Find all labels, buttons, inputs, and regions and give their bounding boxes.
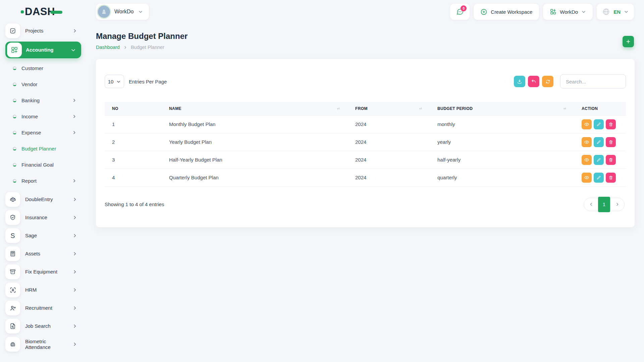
sidebar-nav: Projects Accounting Customer Vendor Bank… (0, 23, 87, 352)
view-button[interactable] (582, 173, 592, 183)
sidebar-item-sage[interactable]: S Sage (5, 228, 81, 243)
sidebar-item-label: Assets (25, 251, 72, 256)
search-input[interactable] (560, 74, 626, 88)
edit-button[interactable] (594, 155, 604, 165)
sidebar-item-banking[interactable]: Banking (5, 96, 87, 105)
create-workspace-button[interactable]: Create Workspace (474, 4, 539, 20)
bullet-icon (13, 179, 16, 183)
edit-button[interactable] (594, 119, 604, 129)
chevron-right-icon (123, 46, 127, 49)
logo-dash-icon (50, 11, 62, 14)
sidebar-item-financial-goal[interactable]: Financial Goal (5, 160, 87, 169)
cell-period: monthly (430, 115, 574, 133)
sidebar-item-vendor[interactable]: Vendor (5, 79, 87, 89)
table-controls: 10 Entries Per Page (105, 74, 626, 88)
pencil-icon (596, 175, 601, 180)
sage-letter: S (10, 232, 15, 240)
reset-button[interactable] (528, 76, 539, 87)
cell-name: Half-Yearly Budget Plan (162, 151, 348, 169)
sidebar-item-label: Sage (25, 233, 72, 238)
refresh-button[interactable] (542, 76, 553, 87)
workspace-avatar (98, 6, 110, 18)
grid-plus-icon (550, 8, 556, 15)
sidebar-item-income[interactable]: Income (5, 112, 87, 121)
submenu-label: Expense (21, 130, 41, 135)
edit-button[interactable] (594, 173, 604, 183)
sidebar-item-assets[interactable]: Assets (5, 246, 81, 261)
chevron-right-icon (72, 306, 77, 310)
sort-icon (563, 107, 567, 111)
app-logo[interactable]: DASH (0, 0, 87, 23)
language-code: EN (613, 9, 621, 15)
entries-summary: Showing 1 to 4 of 4 entries (105, 201, 164, 207)
view-button[interactable] (582, 155, 592, 165)
sidebar-item-recruitment[interactable]: Recruitment (5, 301, 81, 315)
create-budget-button[interactable] (623, 36, 634, 47)
submenu-label: Income (21, 114, 38, 119)
document-search-icon (5, 319, 20, 334)
sidebar-item-label: Job Search (25, 323, 72, 329)
view-button[interactable] (582, 137, 592, 147)
column-header-name[interactable]: NAME (162, 102, 348, 115)
view-button[interactable] (582, 119, 592, 129)
table-footer: Showing 1 to 4 of 4 entries 1 (105, 198, 626, 211)
bullet-icon (13, 99, 16, 102)
edit-button[interactable] (594, 137, 604, 147)
undo-arrow-icon (531, 79, 536, 84)
cell-no: 2 (105, 133, 162, 151)
sidebar-item-fix-equipment[interactable]: Fix Equipment (5, 264, 81, 279)
delete-button[interactable] (606, 137, 616, 147)
sidebar-item-label: HRM (25, 287, 72, 293)
page-title: Manage Budget Planner (96, 32, 634, 41)
delete-button[interactable] (606, 173, 616, 183)
sidebar-item-budget-planner[interactable]: Budget Planner (5, 144, 87, 153)
pagination-prev-button[interactable] (584, 198, 598, 211)
cell-no: 3 (105, 151, 162, 169)
pagination-next-button[interactable] (610, 198, 624, 211)
bullet-icon (13, 115, 16, 118)
export-button[interactable] (514, 76, 525, 87)
submenu-label: Budget Planner (21, 146, 56, 152)
logo-dot-icon (21, 10, 24, 13)
messages-button[interactable]: 0 (450, 4, 470, 20)
column-header-no[interactable]: NO (105, 102, 162, 115)
breadcrumb-dashboard-link[interactable]: Dashboard (96, 45, 120, 50)
table-row: 2 Yearly Budget Plan 2024 yearly (105, 133, 626, 151)
workspace-switcher[interactable]: WorkDo (96, 4, 149, 20)
sidebar-item-hrm[interactable]: HRM (5, 283, 81, 297)
delete-button[interactable] (606, 119, 616, 129)
top-bar-right: 0 Create Workspace WorkDo EN (450, 4, 634, 20)
pagination-current-page[interactable]: 1 (598, 197, 610, 212)
delete-button[interactable] (606, 155, 616, 165)
chevron-right-icon (72, 324, 77, 328)
chevron-right-icon (72, 288, 77, 292)
sidebar-item-customer[interactable]: Customer (5, 63, 87, 73)
entries-per-page-select[interactable]: 10 (105, 75, 124, 88)
table-header-row: NO NAME FROM BUDGET PERIOD ACTION (105, 102, 626, 115)
sidebar-item-job-search[interactable]: Job Search (5, 319, 81, 334)
sidebar-item-doubleentry[interactable]: DoubleEntry (5, 192, 81, 207)
sidebar-item-biometric-attendance[interactable]: Biometric Attendance (5, 337, 81, 352)
sidebar-item-report[interactable]: Report (5, 176, 87, 185)
column-header-budget-period[interactable]: BUDGET PERIOD (430, 102, 574, 115)
sidebar-item-label: Recruitment (25, 305, 72, 311)
table-actions (514, 74, 626, 88)
table-row: 3 Half-Yearly Budget Plan 2024 half-year… (105, 151, 626, 169)
accounting-submenu: Customer Vendor Banking Income Expense B… (5, 63, 87, 185)
workdo-menu-button[interactable]: WorkDo (543, 4, 593, 20)
page-header: Manage Budget Planner Dashboard Budget P… (87, 23, 644, 50)
sidebar-item-projects[interactable]: Projects (5, 23, 81, 38)
refresh-icon (545, 79, 550, 84)
sidebar-item-insurance[interactable]: Insurance (5, 210, 81, 225)
cell-from: 2024 (348, 151, 430, 169)
sidebar-item-accounting[interactable]: Accounting (5, 42, 81, 58)
archive-box-icon (5, 264, 20, 279)
sidebar-item-expense[interactable]: Expense (5, 128, 87, 137)
language-selector[interactable]: EN (597, 4, 634, 20)
column-header-from[interactable]: FROM (348, 102, 430, 115)
pencil-icon (596, 158, 601, 162)
trash-icon (608, 140, 613, 144)
workspace-name: WorkDo (114, 9, 134, 15)
eye-icon (584, 175, 589, 180)
sort-icon (419, 107, 423, 111)
